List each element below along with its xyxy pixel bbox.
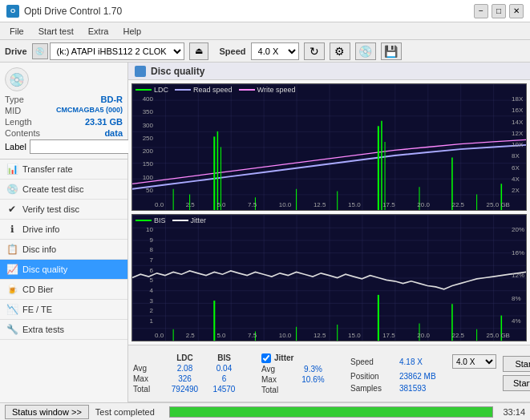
sidebar-item-fe-te[interactable]: 📉 FE / TE [0,300,127,320]
sidebar-item-create-test-disc[interactable]: 💿 Create test disc [0,180,127,200]
speed-label-stat: Speed [350,357,394,366]
drive-eject-button[interactable]: ⏏ [189,42,208,60]
jitter-legend-dot [172,220,188,221]
sidebar-label-disc-info: Disc info [22,244,56,254]
stats-blank [133,353,164,362]
read-speed-legend-dot [175,89,191,91]
disc-info-panel: 💿 Type BD-R MID CMCMAGBA5 (000) Length 2… [0,63,127,160]
speed-label: Speed [220,46,246,56]
read-speed-legend-label: Read speed [193,86,233,94]
sidebar-item-verify-test-disc[interactable]: ✔ Verify test disc [0,200,127,220]
save-button[interactable]: 💾 [381,42,402,60]
jitter-col-label: Jitter [274,353,293,362]
progress-bar-container [169,406,494,418]
speed-select[interactable]: 4.0 X [251,42,299,60]
sidebar-label-drive-info: Drive info [22,224,59,234]
avg-label: Avg [133,364,164,373]
disc-type-label: Type [5,95,24,104]
stats-table: LDC BIS Avg 2.08 0.04 Max 326 6 Total 79… [133,353,242,394]
samples-label: Samples [350,384,394,393]
disc-quality-icon: 📈 [6,264,18,275]
drive-select[interactable]: (k:) ATAPI iHBS112 2 CLOK [50,42,184,60]
create-test-disc-icon: 💿 [6,184,18,195]
start-buttons: Start full Start part [503,356,530,391]
disc-button[interactable]: 💿 [355,42,376,60]
sidebar-item-disc-info[interactable]: 📋 Disc info [0,240,127,260]
disc-label-label: Label [5,142,26,151]
speed-select-stat[interactable]: 4.0 X [452,354,496,369]
drive-info-icon: ℹ [6,224,18,235]
legend-write-speed: Write speed [239,86,296,94]
extra-tests-icon: 🔧 [6,324,18,335]
samples-row: Samples 381593 [350,384,496,393]
jitter-avg-row: Avg 9.3% [261,365,331,374]
disc-quality-title: Disc quality [151,66,204,77]
legend-bis: BIS [136,216,166,224]
sidebar-item-transfer-rate[interactable]: 📊 Transfer rate [0,160,127,180]
charts-container: LDC Read speed Write speed [128,80,530,345]
fe-te-icon: 📉 [6,304,18,315]
menu-extra[interactable]: Extra [82,25,115,38]
progress-bar-fill [170,407,493,417]
svg-rect-18 [132,215,526,341]
disc-icon-row: 💿 [5,67,123,91]
sidebar-item-drive-info[interactable]: ℹ Drive info [0,220,127,240]
jitter-section: Jitter Avg 9.3% Max 10.6% Total [261,353,331,394]
top-chart-svg [132,84,526,210]
menubar: File Start test Extra Help [0,22,530,40]
bis-avg: 0.04 [206,364,242,373]
col-ldc: LDC [167,353,203,362]
ldc-avg: 2.08 [167,364,203,373]
top-chart: LDC Read speed Write speed [131,83,527,211]
statusbar: Status window >> Test completed 33:14 [0,402,530,420]
menu-start-test[interactable]: Start test [32,25,80,38]
sidebar: 💿 Type BD-R MID CMCMAGBA5 (000) Length 2… [0,63,128,402]
jitter-header: Jitter [261,353,331,363]
disc-mid-label: MID [5,106,21,115]
max-label: Max [133,374,164,383]
drivebar: Drive 💿 (k:) ATAPI iHBS112 2 CLOK ⏏ Spee… [0,40,530,63]
label-row: Label 🔍 [5,139,123,154]
start-part-button[interactable]: Start part [503,375,530,391]
stats-header-row: LDC BIS [133,353,242,362]
refresh-button[interactable]: ↻ [304,42,325,60]
titlebar: O Opti Drive Control 1.70 − □ ✕ [0,0,530,22]
bottom-chart-svg [132,215,526,341]
bottom-chart-y-labels-left: 10 9 8 7 6 5 4 3 2 1 [132,215,155,326]
maximize-button[interactable]: □ [492,4,506,18]
verify-test-disc-icon: ✔ [6,204,18,215]
svg-rect-1 [132,84,526,210]
bis-legend-label: BIS [154,216,166,224]
sidebar-item-cd-bier[interactable]: 🍺 CD Bier [0,280,127,300]
bis-max: 6 [206,374,242,383]
menu-help[interactable]: Help [116,25,148,38]
disc-info-icon: 📋 [6,244,18,255]
write-speed-legend-dot [239,89,255,91]
sidebar-item-disc-quality[interactable]: 📈 Disc quality [0,260,127,280]
bis-total: 14570 [206,385,242,394]
app-title: Opti Drive Control 1.70 [24,6,122,17]
menu-file[interactable]: File [3,25,30,38]
drive-icon: 💿 [32,43,48,59]
legend-read-speed: Read speed [175,86,233,94]
status-text: Test completed [95,407,160,417]
stats-max-row: Max 326 6 [133,374,242,383]
minimize-button[interactable]: − [474,4,488,18]
jitter-checkbox[interactable] [261,353,271,363]
disc-mid-field: MID CMCMAGBA5 (000) [5,106,123,115]
sidebar-label-extra-tests: Extra tests [22,325,64,334]
app-icon: O [6,5,19,18]
sidebar-item-extra-tests[interactable]: 🔧 Extra tests [0,320,127,340]
ldc-legend-dot [136,89,152,91]
close-button[interactable]: ✕ [509,4,524,18]
settings-button[interactable]: ⚙ [330,42,350,60]
top-chart-x-labels: 0.0 2.5 5.0 7.5 10.0 12.5 15.0 17.5 20.0… [155,201,510,208]
bottom-chart-x-labels: 0.0 2.5 5.0 7.5 10.0 12.5 15.0 17.5 20.0… [155,332,510,339]
status-window-button[interactable]: Status window >> [5,405,89,419]
col-bis: BIS [206,353,242,362]
titlebar-controls: − □ ✕ [474,4,524,18]
jitter-legend-label: Jitter [191,216,207,224]
disc-length-value: 23.31 GB [85,117,123,127]
stats-bar: LDC BIS Avg 2.08 0.04 Max 326 6 Total 79… [128,345,530,402]
start-full-button[interactable]: Start full [503,356,530,372]
